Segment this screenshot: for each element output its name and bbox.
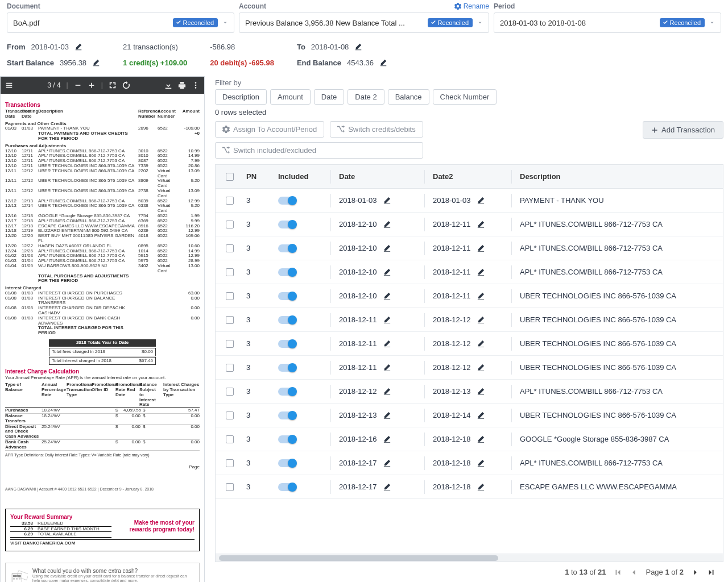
rename-link[interactable]: Rename xyxy=(454,2,489,10)
edit-icon[interactable] xyxy=(383,244,391,252)
filter-chip[interactable]: Amount xyxy=(270,89,311,105)
row-checkbox[interactable] xyxy=(226,197,234,205)
included-toggle[interactable] xyxy=(278,483,296,491)
account-select[interactable]: Previous Balance 3,956.38 New Balance To… xyxy=(239,13,489,33)
edit-icon[interactable] xyxy=(92,59,100,66)
included-toggle[interactable] xyxy=(278,364,296,372)
table-row[interactable]: 32018-12-162018-12-18GOOGLE *Google Stor… xyxy=(216,427,723,451)
switch-credits-debits-button[interactable]: Switch credits/debits xyxy=(330,121,423,138)
edit-icon[interactable] xyxy=(383,411,391,419)
page-indicator: 3 / 4 xyxy=(47,81,60,89)
table-row[interactable]: 32018-12-112018-12-12UBER TECHNOLOGIES I… xyxy=(216,332,723,356)
switch-included-excluded-button[interactable]: Switch included/excluded xyxy=(215,142,423,159)
edit-icon[interactable] xyxy=(477,363,485,372)
menu-icon[interactable] xyxy=(5,81,13,89)
table-row[interactable]: 32018-12-102018-12-11UBER TECHNOLOGIES I… xyxy=(216,284,723,308)
edit-icon[interactable] xyxy=(383,459,391,467)
row-checkbox[interactable] xyxy=(226,388,234,396)
row-checkbox[interactable] xyxy=(226,459,234,467)
select-all-checkbox[interactable] xyxy=(226,173,234,181)
filter-chip[interactable]: Check Number xyxy=(433,89,497,105)
filter-chip[interactable]: Date xyxy=(314,89,344,105)
table-row[interactable]: 32018-12-102018-12-11APL* ITUNES.COM/BIL… xyxy=(216,260,723,284)
row-checkbox[interactable] xyxy=(226,221,234,228)
period-select[interactable]: 2018-01-03 to 2018-01-08 Reconciled xyxy=(494,13,721,33)
row-checkbox[interactable] xyxy=(226,244,234,252)
row-checkbox[interactable] xyxy=(226,316,234,324)
edit-icon[interactable] xyxy=(477,387,485,396)
edit-icon[interactable] xyxy=(477,220,485,228)
included-toggle[interactable] xyxy=(278,268,296,276)
edit-icon[interactable] xyxy=(383,292,391,300)
fit-icon[interactable] xyxy=(109,81,117,89)
table-row[interactable]: 32018-12-112018-12-12UBER TECHNOLOGIES I… xyxy=(216,308,723,332)
edit-icon[interactable] xyxy=(477,435,485,443)
assign-button[interactable]: Assign To Account/Period xyxy=(215,121,324,138)
print-icon[interactable] xyxy=(178,81,186,89)
row-checkbox[interactable] xyxy=(226,483,234,491)
row-checkbox[interactable] xyxy=(226,364,234,372)
prev-page-icon[interactable] xyxy=(630,568,638,576)
table-row[interactable]: 32018-12-172018-12-18ESCAPE GAMES LLC WW… xyxy=(216,475,723,499)
included-toggle[interactable] xyxy=(278,340,296,348)
edit-icon[interactable] xyxy=(383,315,391,324)
edit-icon[interactable] xyxy=(477,244,485,252)
filter-chip[interactable]: Description xyxy=(215,89,267,105)
download-icon[interactable] xyxy=(164,81,172,89)
edit-icon[interactable] xyxy=(383,435,391,443)
table-row[interactable]: 32018-12-122018-12-13APL* ITUNES.COM/BIL… xyxy=(216,380,723,404)
included-toggle[interactable] xyxy=(278,316,296,324)
row-checkbox[interactable] xyxy=(226,435,234,443)
edit-icon[interactable] xyxy=(477,459,485,467)
zoom-out-icon[interactable] xyxy=(74,81,82,89)
included-toggle[interactable] xyxy=(278,411,296,419)
table-row[interactable]: 32018-12-112018-12-12UBER TECHNOLOGIES I… xyxy=(216,356,723,380)
table-row[interactable]: 32018-12-172018-12-18APL* ITUNES.COM/BIL… xyxy=(216,451,723,475)
table-row[interactable]: 32018-12-102018-12-11APL* ITUNES.COM/BIL… xyxy=(216,213,723,236)
included-toggle[interactable] xyxy=(278,244,296,252)
edit-icon[interactable] xyxy=(383,363,391,372)
rotate-icon[interactable] xyxy=(122,81,130,89)
zoom-in-icon[interactable] xyxy=(88,81,96,89)
filter-chip[interactable]: Balance xyxy=(388,89,429,105)
plus-icon xyxy=(651,127,658,134)
edit-icon[interactable] xyxy=(379,59,387,66)
included-toggle[interactable] xyxy=(278,435,296,443)
edit-icon[interactable] xyxy=(477,483,485,491)
table-row[interactable]: 32018-01-032018-01-03PAYMENT - THANK YOU xyxy=(216,189,723,213)
edit-icon[interactable] xyxy=(477,315,485,324)
more-icon[interactable] xyxy=(192,81,200,89)
edit-icon[interactable] xyxy=(477,196,485,205)
edit-icon[interactable] xyxy=(383,220,391,228)
first-page-icon[interactable] xyxy=(614,568,622,576)
document-select[interactable]: BoA.pdf Reconciled xyxy=(7,13,234,33)
edit-icon[interactable] xyxy=(383,387,391,396)
table-row[interactable]: 32018-12-102018-12-11APL* ITUNES.COM/BIL… xyxy=(216,236,723,260)
edit-icon[interactable] xyxy=(383,268,391,276)
edit-icon[interactable] xyxy=(477,268,485,276)
edit-icon[interactable] xyxy=(383,196,391,205)
row-checkbox[interactable] xyxy=(226,292,234,300)
pdf-page[interactable]: Transactions Transaction DatePosting Dat… xyxy=(1,94,204,582)
included-toggle[interactable] xyxy=(278,292,296,300)
horizontal-scrollbar[interactable] xyxy=(216,554,723,562)
edit-icon[interactable] xyxy=(383,483,391,491)
edit-icon[interactable] xyxy=(477,411,485,419)
included-toggle[interactable] xyxy=(278,197,296,205)
included-toggle[interactable] xyxy=(278,459,296,467)
row-checkbox[interactable] xyxy=(226,340,234,348)
last-page-icon[interactable] xyxy=(708,568,715,576)
edit-icon[interactable] xyxy=(354,43,362,51)
add-transaction-button[interactable]: Add Transaction xyxy=(643,121,723,139)
edit-icon[interactable] xyxy=(477,339,485,348)
filter-chip[interactable]: Date 2 xyxy=(348,89,384,105)
included-toggle[interactable] xyxy=(278,221,296,228)
edit-icon[interactable] xyxy=(477,292,485,300)
table-row[interactable]: 32018-12-132018-12-14UBER TECHNOLOGIES I… xyxy=(216,404,723,427)
edit-icon[interactable] xyxy=(75,43,82,51)
row-checkbox[interactable] xyxy=(226,411,234,419)
edit-icon[interactable] xyxy=(383,339,391,348)
included-toggle[interactable] xyxy=(278,388,296,396)
next-page-icon[interactable] xyxy=(692,568,700,576)
row-checkbox[interactable] xyxy=(226,268,234,276)
